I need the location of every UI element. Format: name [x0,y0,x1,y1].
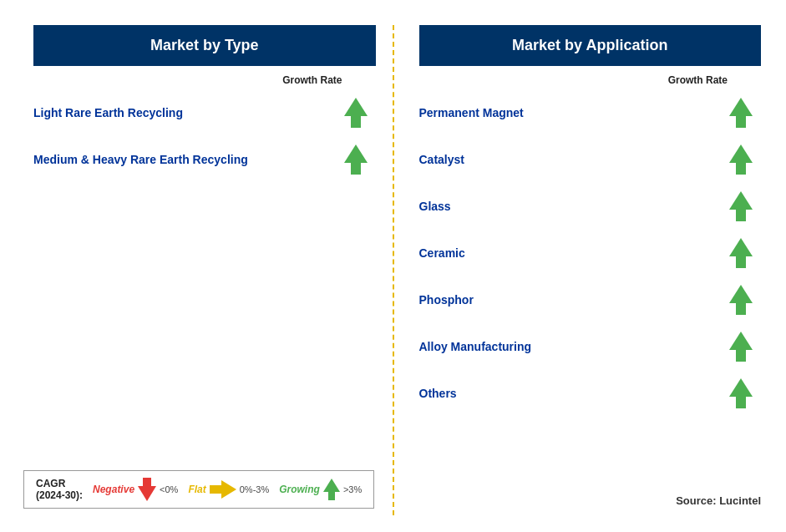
right-item-label-1: Permanent Magnet [419,106,730,119]
right-item-label-7: Others [419,387,730,400]
green-up-arrow-r6 [729,332,753,362]
green-up-arrow-r1 [729,98,753,128]
legend-box: CAGR(2024-30): Negative <0% Flat 0%-3% G… [23,470,374,509]
right-row-3: Glass [419,183,762,230]
left-item-label-1: Light Rare Earth Recycling [33,106,344,119]
left-item-label-2: Medium & Heavy Rare Earth Recycling [33,153,344,166]
legend-cagr-label: CAGR(2024-30): [36,478,83,501]
legend-growing-label: Growing [279,484,320,495]
left-panel: Market by Type Growth Rate Light Rare Ea… [17,25,384,515]
legend-flat: Flat 0%-3% [188,480,269,499]
right-row-2: Catalyst [419,136,762,183]
left-row-1: Light Rare Earth Recycling [33,89,376,136]
right-item-label-2: Catalyst [419,153,730,166]
right-row-7: Others [419,370,762,417]
legend-negative: Negative <0% [93,478,178,501]
green-up-arrow-r5 [729,285,753,315]
right-panel: Market by Application Growth Rate Perman… [403,25,770,515]
green-up-arrow-r7 [729,378,753,408]
left-row-2: Medium & Heavy Rare Earth Recycling [33,136,376,183]
green-up-arrow-1 [344,98,368,128]
green-up-arrow-legend [323,479,340,500]
left-growth-rate-label: Growth Rate [33,74,376,86]
right-item-label-6: Alloy Manufacturing [419,340,730,353]
legend-negative-range: <0% [160,484,178,494]
legend-negative-label: Negative [93,484,134,495]
main-container: Market by Type Growth Rate Light Rare Ea… [0,0,786,532]
right-row-4: Ceramic [419,230,762,276]
legend-growing-range: >3% [343,484,362,494]
panel-divider [393,25,394,515]
legend-growing: Growing >3% [279,479,362,500]
green-up-arrow-2 [344,144,368,175]
right-row-1: Permanent Magnet [419,89,762,136]
right-item-label-3: Glass [419,200,730,213]
legend-flat-range: 0%-3% [240,484,269,494]
source-label: Source: Lucintel [676,494,761,507]
green-up-arrow-r4 [729,238,753,268]
right-growth-rate-label: Growth Rate [419,74,762,86]
right-row-6: Alloy Manufacturing [419,323,762,370]
green-up-arrow-r2 [729,144,753,175]
left-panel-header: Market by Type [33,25,376,66]
legend-flat-label: Flat [188,484,205,495]
red-down-arrow-legend [138,478,156,501]
yellow-right-arrow-legend [210,480,236,499]
right-item-label-5: Phosphor [419,293,730,307]
right-panel-header: Market by Application [419,25,762,66]
green-up-arrow-r3 [729,191,753,221]
right-row-5: Phosphor [419,276,762,323]
right-item-label-4: Ceramic [419,246,730,260]
